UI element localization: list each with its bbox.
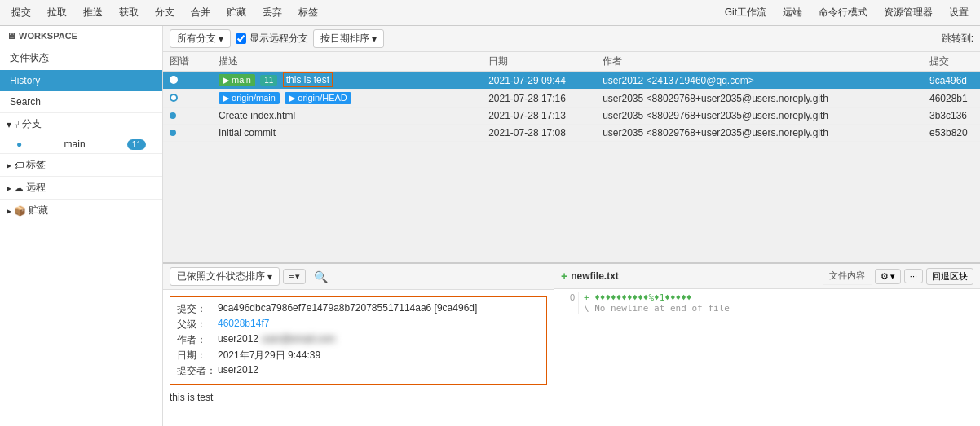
revert-block-btn[interactable]: 回退区块 — [926, 268, 973, 285]
commit-detail-panel: 已依照文件状态排序 ▾ ≡ ▾ 🔍 提交： 9ca496dbca7986ef7e… — [163, 264, 554, 426]
tag-btn[interactable]: 标签 — [290, 3, 326, 22]
commit-date: 2021-07-29 09:44 — [482, 72, 596, 90]
author-email-blurred: user@email.com — [262, 333, 335, 347]
commit-author: user2035 <88029768+user2035@users.norepl… — [596, 108, 923, 125]
detail-date-row: 日期： 2021年7月29日 9:44:39 — [177, 349, 540, 362]
commit-hash-value: 9ca496dbca7986ef7e1479a8b720785517114aa6… — [218, 302, 477, 316]
stash-btn[interactable]: 贮藏 — [219, 3, 254, 22]
commit-detail-toolbar: 已依照文件状态排序 ▾ ≡ ▾ 🔍 — [163, 264, 554, 290]
graph-cell — [163, 125, 212, 142]
settings-btn[interactable]: 设置 — [941, 3, 977, 22]
branch-badge: 11 — [127, 139, 146, 150]
all-branches-dropdown[interactable]: 所有分支 ▾ — [170, 29, 231, 48]
table-header-row: 图谱 描述 日期 作者 提交 — [163, 52, 980, 72]
file-content-label: 文件内容 — [823, 267, 872, 285]
stash-header[interactable]: ▸ 📦 贮藏 — [0, 200, 162, 222]
settings-icon-btn[interactable]: ⚙ ▾ — [875, 269, 901, 284]
commit-desc: ▶ origin/main ▶ origin/HEAD — [212, 90, 482, 108]
tag-icon: 🏷 — [14, 160, 24, 171]
bottom-panel: 已依照文件状态排序 ▾ ≡ ▾ 🔍 提交： 9ca496dbca7986ef7e… — [163, 263, 980, 426]
stash-section: ▸ 📦 贮藏 — [0, 199, 162, 222]
date-label: 日期： — [177, 349, 218, 362]
remote-tag-1: ▶ origin/main — [219, 92, 280, 104]
show-remote-checkbox[interactable]: 显示远程分支 — [236, 32, 308, 46]
main-layout: 🖥 WORKSPACE 文件状态 History Search ▾ ⑂ 分支 ●… — [0, 26, 980, 426]
file-name: newfile.txt — [571, 270, 619, 282]
commit-message: this is test — [170, 392, 547, 403]
detail-commit-row: 提交： 9ca496dbca7986ef7e1479a8b72078551711… — [177, 302, 540, 316]
col-header-graph: 图谱 — [163, 52, 212, 72]
merge-btn[interactable]: 合并 — [183, 3, 219, 22]
commit-date: 2021-07-28 17:16 — [482, 90, 596, 108]
diff-line-no-newline: \ No newline at end of file — [579, 303, 730, 314]
file-diff-panel: + newfile.txt 文件内容 ⚙ ▾ ··· 回退区块 — [554, 264, 980, 426]
table-row[interactable]: Initial commit 2021-07-28 17:08 user2035… — [163, 125, 980, 142]
commit-label: 提交： — [177, 302, 218, 316]
table-row[interactable]: ▶ main 11 this is test 2021-07-29 09:44 … — [163, 72, 980, 90]
commit-info-box: 提交： 9ca496dbca7986ef7e1479a8b72078551711… — [170, 296, 547, 385]
chevron-right-icon2: ▸ — [7, 182, 11, 194]
file-add-icon: + — [561, 270, 567, 283]
sidebar-item-history[interactable]: History — [0, 70, 162, 91]
git-flow-btn[interactable]: Git工作流 — [717, 3, 775, 22]
dropdown-arrow2: ▾ — [267, 271, 272, 283]
chevron-right-icon3: ▸ — [7, 205, 11, 217]
content-area: 所有分支 ▾ 显示远程分支 按日期排序 ▾ 跳转到: — [163, 26, 980, 426]
table-row[interactable]: Create index.html 2021-07-28 17:13 user2… — [163, 108, 980, 125]
remotes-section: ▸ ☁ 远程 — [0, 176, 162, 199]
file-diff-toolbar: + newfile.txt 文件内容 ⚙ ▾ ··· 回退区块 — [554, 264, 980, 289]
author-label: 作者： — [177, 333, 218, 347]
discard-btn[interactable]: 丢弃 — [254, 3, 290, 22]
branch-main-item[interactable]: ● main 11 — [0, 135, 162, 153]
more-options-btn[interactable]: ··· — [904, 269, 923, 283]
branches-section: ▾ ⑂ 分支 ● main 11 — [0, 112, 162, 153]
date-value: 2021年7月29日 9:44:39 — [218, 349, 320, 362]
push-btn[interactable]: 推送 — [75, 3, 111, 22]
commit-hash: 9ca496d — [923, 72, 980, 90]
cmd-mode-btn[interactable]: 命令行模式 — [810, 3, 876, 22]
fetch-btn[interactable]: 获取 — [111, 3, 147, 22]
gear-icon: ⚙ — [881, 271, 889, 282]
remote-btn[interactable]: 远端 — [775, 3, 810, 22]
author-name: user2012 — [218, 333, 258, 347]
commit-author: user2012 <2413719460@qq.com> — [596, 72, 923, 90]
file-manager-btn[interactable]: 资源管理器 — [876, 3, 941, 22]
chevron-down-icon: ▾ — [7, 119, 11, 130]
monitor-icon: 🖥 — [7, 31, 15, 41]
parent-hash-value[interactable]: 46028b14f7 — [218, 318, 269, 332]
sidebar-item-search[interactable]: Search — [0, 91, 162, 112]
sort-dropdown[interactable]: 按日期排序 ▾ — [313, 29, 384, 48]
show-remote-input[interactable] — [236, 33, 246, 44]
remotes-header[interactable]: ▸ ☁ 远程 — [0, 177, 162, 199]
commit-area: 所有分支 ▾ 显示远程分支 按日期排序 ▾ 跳转到: — [163, 26, 980, 263]
graph-cell — [163, 90, 212, 108]
sidebar-item-file-status[interactable]: 文件状态 — [0, 46, 162, 70]
commit-count-badge: 11 — [260, 75, 277, 86]
commit-message-text: this is test — [283, 72, 333, 87]
pull-btn[interactable]: 拉取 — [39, 3, 75, 22]
files-sort-dropdown[interactable]: 已依照文件状态排序 ▾ — [170, 267, 280, 286]
parent-label: 父级： — [177, 318, 218, 332]
chevron-right-icon: ▸ — [7, 160, 11, 171]
files-search-btn[interactable]: 🔍 — [309, 269, 333, 285]
tags-header[interactable]: ▸ 🏷 标签 — [0, 154, 162, 176]
diff-line-content-added: + ♦♦♦♦♦♦♦♦♦♦%♦1♦♦♦♦♦ — [579, 292, 691, 303]
diff-line-1: \ No newline at end of file — [554, 303, 980, 314]
table-row[interactable]: ▶ origin/main ▶ origin/HEAD 2021-07-28 1… — [163, 90, 980, 108]
col-header-desc: 描述 — [212, 52, 482, 72]
commit-table: 图谱 描述 日期 作者 提交 — [163, 52, 980, 142]
commit-btn[interactable]: 提交 — [3, 3, 39, 22]
tags-section: ▸ 🏷 标签 — [0, 153, 162, 176]
committer-label: 提交者： — [177, 364, 218, 378]
commit-table-wrapper: 图谱 描述 日期 作者 提交 — [163, 52, 980, 262]
branch-icon: ⑂ — [14, 119, 20, 130]
local-branch-tag: ▶ main — [219, 74, 255, 86]
commit-date: 2021-07-28 17:13 — [482, 108, 596, 125]
list-view-btn[interactable]: ≡ ▾ — [283, 269, 306, 284]
branch-btn[interactable]: 分支 — [147, 3, 183, 22]
workspace-label: 🖥 WORKSPACE — [0, 26, 162, 46]
branches-header[interactable]: ▾ ⑂ 分支 — [0, 113, 162, 135]
dropdown-arrow: ▾ — [219, 33, 223, 45]
diff-line-0: 0 + ♦♦♦♦♦♦♦♦♦♦%♦1♦♦♦♦♦ — [554, 292, 980, 303]
commit-desc: Initial commit — [212, 125, 482, 142]
